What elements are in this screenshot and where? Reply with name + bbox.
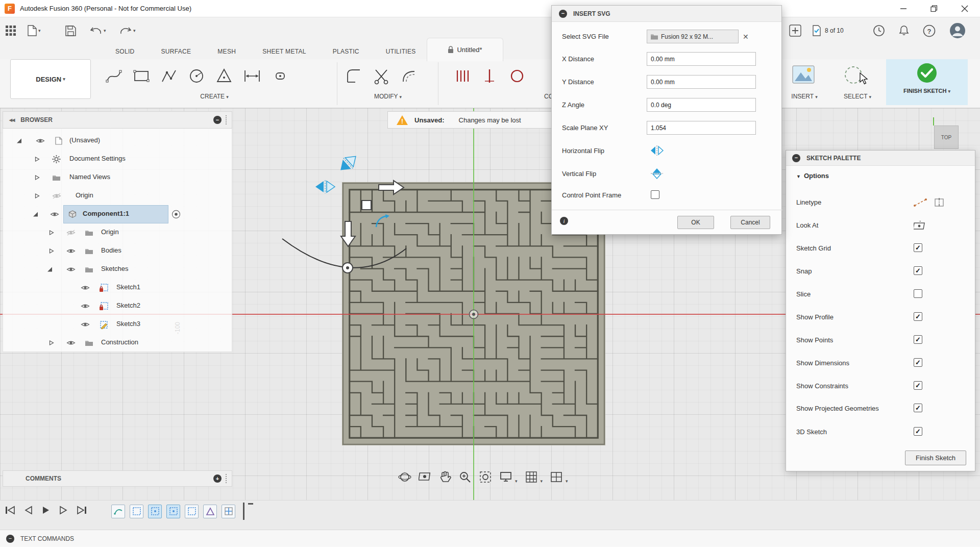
expand-closed-icon[interactable]: [35, 193, 40, 199]
sketch-grid-checkbox[interactable]: ✓: [914, 243, 922, 252]
browser-row-root[interactable]: (Unsaved): [3, 132, 233, 150]
create-rectangle-icon[interactable]: [133, 67, 150, 85]
undo-caret-icon[interactable]: ▾: [104, 28, 106, 33]
create-group-dropdown[interactable]: CREATE▾: [174, 93, 255, 100]
timeline-feature-sketch-selected[interactable]: [166, 505, 180, 518]
look-at-icon[interactable]: [419, 470, 432, 484]
tab-plastic[interactable]: PLASTIC: [320, 44, 373, 59]
scale-square-handle[interactable]: [361, 200, 372, 210]
move-x-arrow-handle[interactable]: [378, 179, 405, 196]
create-circle-icon[interactable]: [188, 67, 205, 85]
rotate-circle-handle[interactable]: [341, 261, 354, 274]
tab-surface[interactable]: SURFACE: [148, 44, 205, 59]
visibility-eye-icon[interactable]: [50, 211, 59, 217]
timeline-feature-sketch[interactable]: [185, 505, 199, 518]
timeline-marker[interactable]: [243, 503, 244, 520]
zoom-icon[interactable]: [458, 470, 472, 484]
viewports-caret-icon[interactable]: ▾: [566, 479, 568, 484]
show-points-checkbox[interactable]: ✓: [914, 335, 922, 344]
show-profile-checkbox[interactable]: ✓: [914, 312, 922, 321]
timeline-feature-sketch-selected[interactable]: [148, 505, 162, 518]
create-point-icon[interactable]: [272, 67, 289, 85]
create-spline-icon[interactable]: [105, 67, 122, 85]
construction-linetype-icon[interactable]: [914, 197, 927, 208]
show-constraints-checkbox[interactable]: ✓: [914, 381, 922, 390]
dialog-collapse-icon[interactable]: −: [559, 10, 567, 18]
comments-panel-header[interactable]: COMMENTS +: [3, 470, 232, 487]
browser-panel-header[interactable]: ◀◀ BROWSER −: [3, 111, 232, 129]
centerline-linetype-icon[interactable]: [934, 197, 947, 208]
tab-utilities[interactable]: UTILITIES: [373, 44, 429, 59]
dialog-header[interactable]: − INSERT SVG: [552, 6, 781, 22]
expand-closed-icon[interactable]: [49, 230, 54, 236]
activate-component-radio[interactable]: [172, 210, 181, 219]
palette-collapse-icon[interactable]: −: [792, 154, 800, 162]
expand-open-icon[interactable]: [33, 212, 38, 217]
tab-mesh[interactable]: MESH: [204, 44, 249, 59]
rotate-snap-arc-handle[interactable]: [374, 214, 389, 229]
browser-row-sketch2[interactable]: Sketch2: [3, 297, 233, 315]
display-settings-caret-icon[interactable]: ▾: [515, 479, 518, 484]
browser-row-construction[interactable]: Construction: [3, 334, 233, 352]
3d-sketch-checkbox[interactable]: ✓: [914, 427, 922, 436]
select-group-dropdown[interactable]: SELECT▾: [837, 93, 878, 100]
fillet-icon[interactable]: [345, 67, 362, 85]
fit-view-icon[interactable]: [479, 470, 492, 484]
expand-closed-icon[interactable]: [49, 248, 54, 254]
options-section-toggle[interactable]: ▼Options: [796, 172, 829, 180]
ok-button[interactable]: OK: [677, 216, 714, 229]
expand-closed-icon[interactable]: [49, 340, 54, 346]
timeline-feature-sketch[interactable]: [130, 505, 143, 518]
create-dimension-icon[interactable]: [243, 67, 261, 85]
z-angle-input[interactable]: [647, 98, 756, 112]
visibility-eye-icon[interactable]: [66, 340, 76, 346]
browser-collapse-icon[interactable]: ◀◀: [9, 118, 14, 122]
insert-tool-button[interactable]: [792, 65, 815, 84]
visibility-eye-icon[interactable]: [81, 303, 90, 309]
insert-group-dropdown[interactable]: INSERT▾: [784, 93, 825, 100]
browser-row-document-settings[interactable]: Document Settings: [3, 150, 233, 168]
browser-row-component1[interactable]: Component1:1: [3, 205, 233, 223]
finish-sketch-palette-button[interactable]: Finish Sketch: [905, 450, 966, 465]
offset-icon[interactable]: [400, 67, 418, 85]
sketch-palette-header[interactable]: − SKETCH PALETTE: [786, 151, 975, 166]
job-status-button[interactable]: 8 of 10: [812, 17, 844, 44]
grid-settings-caret-icon[interactable]: ▾: [541, 479, 543, 484]
visibility-eye-icon[interactable]: [66, 266, 76, 272]
finish-sketch-button[interactable]: FINISH SKETCH▾: [886, 57, 968, 105]
horizontal-flip-button-icon[interactable]: [650, 145, 664, 156]
look-at-icon[interactable]: [914, 220, 927, 231]
save-button[interactable]: [65, 17, 76, 44]
orbit-icon[interactable]: [398, 470, 411, 484]
go-to-end-icon[interactable]: [77, 506, 87, 515]
slice-checkbox[interactable]: [914, 289, 922, 298]
visibility-eye-icon[interactable]: [36, 138, 45, 144]
app-grid-icon[interactable]: [5, 17, 16, 44]
construction-line-icon[interactable]: [481, 67, 498, 85]
pan-hand-icon[interactable]: [439, 470, 451, 484]
play-icon[interactable]: [42, 506, 50, 515]
browser-row-sketches[interactable]: Sketches: [3, 260, 233, 279]
expand-open-icon[interactable]: [16, 138, 22, 144]
constraint-circle-icon[interactable]: [508, 67, 526, 85]
redo-button[interactable]: ▾: [119, 17, 136, 44]
maximize-button[interactable]: [919, 0, 949, 17]
viewcube-top-face[interactable]: TOP: [934, 126, 959, 149]
visibility-eye-off-icon[interactable]: [66, 230, 76, 236]
vertical-flip-handle[interactable]: [334, 149, 362, 177]
display-settings-icon[interactable]: [499, 470, 512, 484]
browser-row-origin[interactable]: Origin: [3, 187, 233, 205]
step-back-icon[interactable]: [24, 506, 33, 515]
help-button[interactable]: ?: [923, 17, 936, 44]
tab-solid[interactable]: SOLID: [102, 44, 148, 59]
visibility-eye-icon[interactable]: [81, 285, 90, 291]
document-tab[interactable]: Untitled*: [427, 38, 503, 61]
sketch-palette-panel[interactable]: − SKETCH PALETTE ▼Options Linetype Look …: [786, 150, 975, 471]
sketch-origin-point[interactable]: [468, 309, 479, 320]
browser-row-sketch1[interactable]: Sketch1: [3, 279, 233, 297]
comments-drag-handle[interactable]: [226, 474, 228, 483]
viewports-icon[interactable]: [550, 470, 563, 484]
text-commands-icon[interactable]: −: [6, 535, 14, 543]
grid-settings-icon[interactable]: [525, 470, 538, 484]
snap-checkbox[interactable]: ✓: [914, 266, 922, 275]
